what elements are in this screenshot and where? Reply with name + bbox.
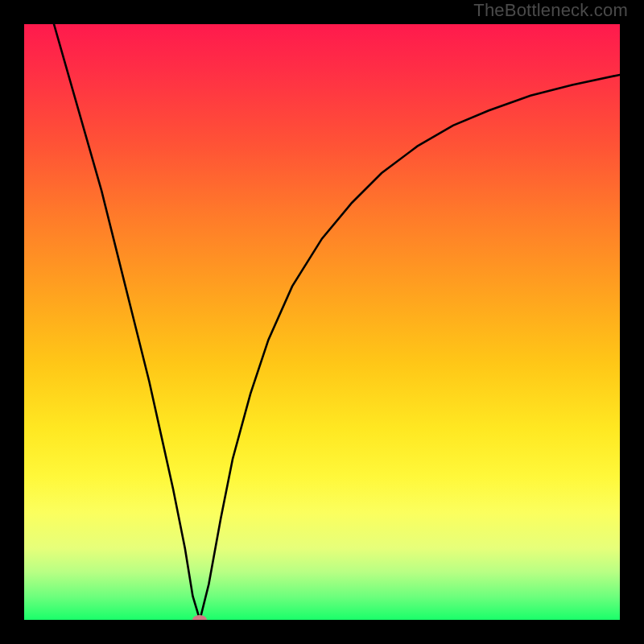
- bottleneck-curve: [24, 24, 620, 620]
- plot-area: [24, 24, 620, 620]
- chart-frame: TheBottleneck.com: [0, 0, 644, 644]
- minimum-marker: [192, 615, 207, 620]
- watermark-text: TheBottleneck.com: [473, 0, 628, 21]
- curve-path: [54, 24, 620, 620]
